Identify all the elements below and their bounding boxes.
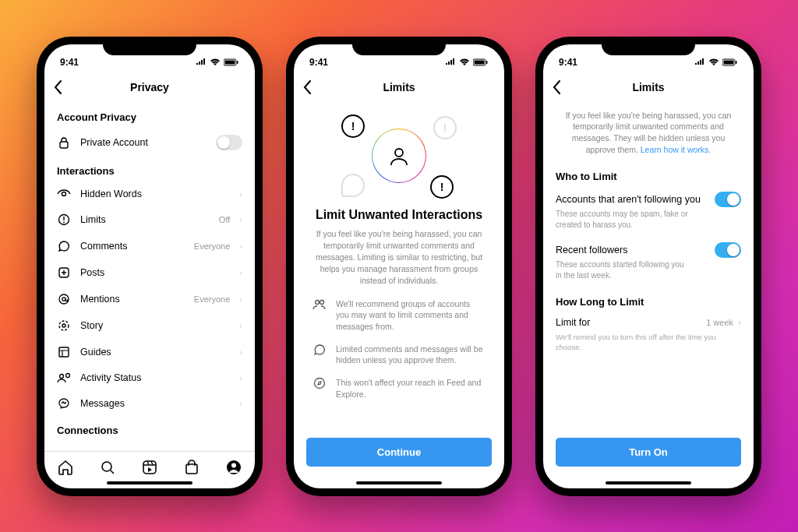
back-button[interactable] xyxy=(553,80,561,94)
svg-point-15 xyxy=(102,462,111,471)
hero-illustration: ! ! ! xyxy=(337,113,461,199)
lock-icon xyxy=(57,136,71,149)
svg-point-19 xyxy=(231,463,236,468)
svg-rect-29 xyxy=(736,61,737,64)
row-label: Limits xyxy=(80,214,210,225)
chevron-right-icon: › xyxy=(239,241,242,251)
speech-bubble-faded-icon xyxy=(341,174,365,197)
row-label: Messages xyxy=(80,398,230,409)
turn-on-button[interactable]: Turn On xyxy=(556,438,741,467)
bullet-text: We'll recommend groups of accounts you m… xyxy=(336,298,486,333)
tab-shop[interactable] xyxy=(183,459,200,476)
option-desc: These accounts may be spam, fake or crea… xyxy=(543,209,754,238)
svg-rect-2 xyxy=(237,61,238,64)
row-hidden-words[interactable]: Hidden Words › xyxy=(44,181,255,206)
bullet-3: This won't affect your reach in Feed and… xyxy=(312,377,486,400)
row-value: Off xyxy=(219,215,230,224)
learn-how-link[interactable]: Learn how it works xyxy=(641,145,709,154)
user-icon xyxy=(388,145,410,167)
at-icon xyxy=(57,293,71,305)
tab-home[interactable] xyxy=(57,459,74,476)
notch xyxy=(602,37,695,55)
continue-button[interactable]: Continue xyxy=(306,438,492,467)
bullet-2: Limited comments and messages will be hi… xyxy=(312,344,486,366)
row-limit-for[interactable]: Limit for 1 week › xyxy=(543,312,754,329)
exclamation-bubble-icon: ! xyxy=(341,115,365,138)
chevron-right-icon: › xyxy=(239,321,242,330)
story-icon xyxy=(57,319,71,332)
chevron-right-icon: › xyxy=(239,215,242,224)
svg-rect-28 xyxy=(724,60,734,64)
chevron-right-icon: › xyxy=(239,347,242,357)
svg-rect-17 xyxy=(186,464,197,474)
section-account-privacy: Account Privacy xyxy=(44,104,255,128)
activity-icon xyxy=(57,372,71,383)
svg-point-10 xyxy=(59,321,69,330)
row-label: Mentions xyxy=(80,294,185,305)
notch xyxy=(103,37,196,55)
back-button[interactable] xyxy=(303,80,312,94)
chevron-right-icon: › xyxy=(239,399,242,408)
chevron-right-icon: › xyxy=(239,373,242,382)
row-mentions[interactable]: Mentions Everyone › xyxy=(44,286,255,312)
comment-outline-icon xyxy=(312,344,327,366)
svg-point-4 xyxy=(62,192,66,196)
phone-limits-intro: 9:41 Limits ! xyxy=(286,37,512,496)
section-who-to-limit: Who to Limit xyxy=(543,163,754,187)
row-story[interactable]: Story › xyxy=(44,312,255,339)
svg-point-24 xyxy=(316,300,320,304)
messenger-icon xyxy=(57,397,71,410)
row-posts[interactable]: Posts › xyxy=(44,259,255,286)
row-recent-followers: Recent followers xyxy=(543,238,754,259)
not-following-toggle[interactable] xyxy=(715,192,741,207)
svg-rect-12 xyxy=(59,347,69,357)
private-account-toggle[interactable] xyxy=(216,135,242,150)
status-icons xyxy=(445,58,489,66)
home-indicator xyxy=(356,481,442,484)
svg-point-9 xyxy=(62,297,65,300)
private-account-label: Private Account xyxy=(80,137,207,148)
row-messages[interactable]: Messages › xyxy=(44,390,255,417)
chevron-right-icon: › xyxy=(239,294,242,304)
svg-rect-1 xyxy=(225,60,235,64)
section-how-long: How Long to Limit xyxy=(543,288,754,312)
status-time: 9:41 xyxy=(309,57,328,68)
nav-bar: Limits xyxy=(294,72,504,104)
limit-for-label: Limit for xyxy=(556,317,590,328)
exclamation-bubble-icon: ! xyxy=(430,175,454,199)
svg-rect-3 xyxy=(60,142,68,148)
svg-point-13 xyxy=(60,374,64,378)
plus-box-icon xyxy=(57,266,71,279)
intro-text: If you feel like you're being harassed, … xyxy=(543,104,754,164)
phone-privacy: 9:41 Privacy Account Privacy Private Acc… xyxy=(37,37,263,496)
gradient-ring xyxy=(372,129,426,183)
row-limits[interactable]: Limits Off › xyxy=(44,206,255,233)
guides-icon xyxy=(57,346,71,358)
row-label: Activity Status xyxy=(80,372,230,383)
hero-intro: If you feel like you're being harassed, … xyxy=(312,228,486,287)
row-label: Story xyxy=(80,320,230,331)
row-value: Everyone xyxy=(194,294,230,304)
chevron-right-icon: › xyxy=(738,317,741,328)
limits-icon xyxy=(57,213,71,226)
row-label: Guides xyxy=(80,347,230,358)
recent-followers-toggle[interactable] xyxy=(715,242,741,258)
hero-heading: Limit Unwanted Interactions xyxy=(316,208,482,222)
status-time: 9:41 xyxy=(60,57,79,68)
tab-reels[interactable] xyxy=(141,459,158,476)
home-indicator xyxy=(606,481,691,484)
section-connections: Connections xyxy=(44,417,255,441)
back-button[interactable] xyxy=(54,80,62,94)
svg-point-23 xyxy=(395,149,403,157)
row-guides[interactable]: Guides › xyxy=(44,339,255,365)
exclamation-bubble-faded-icon: ! xyxy=(433,116,457,139)
bullet-text: This won't affect your reach in Feed and… xyxy=(336,377,486,400)
nav-bar: Limits xyxy=(543,72,754,104)
option-title: Accounts that aren't following you xyxy=(556,194,701,205)
row-comments[interactable]: Comments Everyone › xyxy=(44,233,255,259)
status-time: 9:41 xyxy=(559,57,577,68)
row-activity-status[interactable]: Activity Status › xyxy=(44,365,255,390)
row-private-account[interactable]: Private Account xyxy=(44,128,255,157)
tab-search[interactable] xyxy=(99,459,116,476)
tab-profile[interactable] xyxy=(225,459,242,476)
